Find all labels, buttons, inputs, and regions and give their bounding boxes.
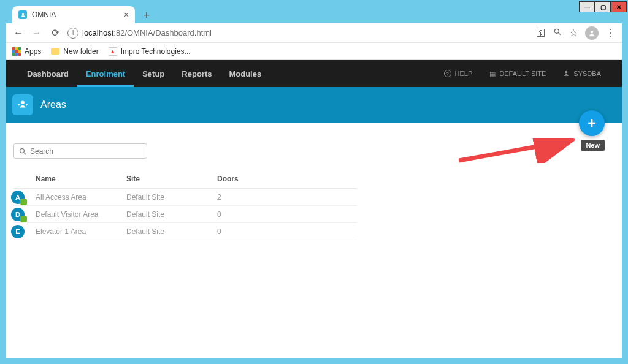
nav-help[interactable]: ? HELP xyxy=(435,70,481,77)
favicon-icon xyxy=(18,10,27,19)
search-box[interactable] xyxy=(13,143,147,159)
toolbar-right: ⚿ ☆ ⋮ xyxy=(536,26,616,40)
cell-doors: 2 xyxy=(217,193,308,202)
window-minimize-button[interactable]: — xyxy=(579,1,595,12)
table-row[interactable]: DDefault Visitor AreaDefault Site0 xyxy=(13,206,357,223)
window-controls: — ▢ ✕ xyxy=(579,1,627,12)
svg-line-13 xyxy=(24,153,26,154)
browser-window: ← → ⟳ i localhost:82/OMNIA/Dashboard.htm… xyxy=(6,23,622,358)
svg-point-0 xyxy=(22,13,24,15)
svg-point-3 xyxy=(591,30,594,33)
search-input[interactable] xyxy=(30,147,142,156)
tab-title: OMNIA xyxy=(32,10,119,19)
table-row[interactable]: AAll Access AreaDefault Site2 xyxy=(13,189,357,206)
avatar: A xyxy=(11,191,25,204)
cell-name: Elevator 1 Area xyxy=(36,227,126,236)
cell-site: Default Site xyxy=(126,210,217,219)
impro-icon: ▲ xyxy=(109,47,117,56)
new-tab-button[interactable]: + xyxy=(139,7,155,23)
cell-doors: 0 xyxy=(217,227,308,236)
new-tooltip: New xyxy=(581,140,605,151)
bookmark-new-folder[interactable]: New folder xyxy=(51,47,98,56)
back-button[interactable]: ← xyxy=(12,28,25,39)
zoom-icon[interactable] xyxy=(553,28,562,39)
apps-icon xyxy=(12,47,21,56)
col-header-name[interactable]: Name xyxy=(36,175,126,183)
svg-line-2 xyxy=(559,32,561,34)
page-header: Areas xyxy=(6,87,622,123)
site-icon: ▦ xyxy=(489,70,496,78)
user-icon xyxy=(563,70,570,78)
col-header-site[interactable]: Site xyxy=(126,175,217,183)
bookmark-impro[interactable]: ▲ Impro Technologies... xyxy=(109,47,191,56)
bookmarks-bar: Apps New folder ▲ Impro Technologies... xyxy=(6,43,622,60)
bookmark-impro-label: Impro Technologies... xyxy=(121,47,191,56)
page-content: New Name Site Doors AAll Access AreaDefa… xyxy=(6,123,622,358)
url-port: :82 xyxy=(113,28,124,37)
key-icon[interactable]: ⚿ xyxy=(536,28,546,39)
menu-icon[interactable]: ⋮ xyxy=(606,27,616,39)
nav-setup[interactable]: Setup xyxy=(134,60,173,87)
star-icon[interactable]: ☆ xyxy=(569,27,578,39)
nav-modules[interactable]: Modules xyxy=(220,60,270,87)
tab-close-icon[interactable]: × xyxy=(124,10,129,20)
svg-point-4 xyxy=(565,70,568,73)
areas-table: Name Site Doors AAll Access AreaDefault … xyxy=(13,175,357,240)
bookmark-apps-label: Apps xyxy=(25,47,41,56)
reload-button[interactable]: ⟳ xyxy=(49,27,61,39)
table-row[interactable]: EElevator 1 AreaDefault Site0 xyxy=(13,223,357,240)
url-path: /OMNIA/Dashboard.html xyxy=(124,28,212,37)
nav-user[interactable]: SYSDBA xyxy=(554,70,610,78)
app-content: Dashboard Enrolment Setup Reports Module… xyxy=(6,60,622,358)
svg-point-6 xyxy=(18,104,20,106)
url-host: localhost xyxy=(82,28,113,37)
svg-point-7 xyxy=(26,104,28,106)
svg-point-5 xyxy=(21,101,25,105)
annotation-arrow xyxy=(459,138,575,163)
nav-site[interactable]: ▦ DEFAULT SITE xyxy=(481,70,554,78)
col-header-doors[interactable]: Doors xyxy=(217,175,308,183)
help-icon: ? xyxy=(444,70,451,77)
table-header: Name Site Doors xyxy=(13,175,357,189)
cell-site: Default Site xyxy=(126,193,217,202)
svg-line-11 xyxy=(459,141,568,161)
folder-icon xyxy=(51,48,59,55)
new-button[interactable] xyxy=(579,110,605,136)
cell-name: Default Visitor Area xyxy=(36,210,126,219)
window-close-button[interactable]: ✕ xyxy=(611,1,627,12)
svg-rect-9 xyxy=(588,123,595,124)
nav-enrolment[interactable]: Enrolment xyxy=(77,60,134,87)
nav-dashboard[interactable]: Dashboard xyxy=(18,60,77,87)
site-info-icon[interactable]: i xyxy=(67,28,78,39)
browser-tab[interactable]: OMNIA × xyxy=(12,6,135,23)
app-navbar: Dashboard Enrolment Setup Reports Module… xyxy=(6,60,622,87)
browser-tabstrip: OMNIA × + xyxy=(12,6,155,23)
cell-doors: 0 xyxy=(217,210,308,219)
forward-button[interactable]: → xyxy=(31,28,43,39)
avatar: D xyxy=(11,208,25,221)
avatar: E xyxy=(11,225,25,238)
svg-point-1 xyxy=(554,29,559,33)
bookmark-apps[interactable]: Apps xyxy=(12,47,41,56)
areas-icon xyxy=(12,94,33,115)
address-bar: ← → ⟳ i localhost:82/OMNIA/Dashboard.htm… xyxy=(6,23,622,43)
bookmark-folder-label: New folder xyxy=(63,47,98,56)
cell-site: Default Site xyxy=(126,227,217,236)
profile-icon[interactable] xyxy=(585,26,599,40)
cell-name: All Access Area xyxy=(36,193,126,202)
page-title: Areas xyxy=(40,99,66,110)
search-icon xyxy=(19,148,26,155)
window-maximize-button[interactable]: ▢ xyxy=(595,1,611,12)
nav-reports[interactable]: Reports xyxy=(173,60,220,87)
url-field[interactable]: i localhost:82/OMNIA/Dashboard.html xyxy=(67,28,530,39)
svg-point-12 xyxy=(20,148,25,153)
